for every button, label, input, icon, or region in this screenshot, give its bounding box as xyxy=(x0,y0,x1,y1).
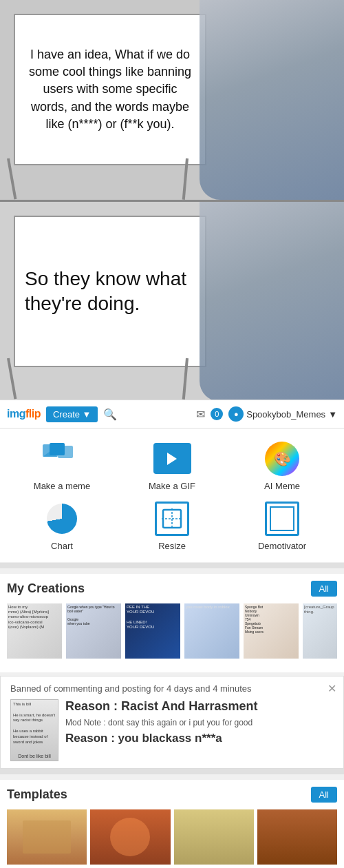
search-icon[interactable]: 🔍 xyxy=(103,408,117,421)
creation-thumb-6[interactable]: [creature_Graupthing. xyxy=(303,603,337,659)
gif-icon xyxy=(148,440,196,477)
template-thumb-2[interactable] xyxy=(90,809,170,865)
ban-body: This is bill He is smart, he doesn't say… xyxy=(10,699,334,761)
whiteboard-1: I have an idea, What if we do some cool … xyxy=(14,14,206,165)
user-avatar: ● xyxy=(228,406,244,422)
creation-thumb-2[interactable]: Google when you type "How to boil water"… xyxy=(66,603,121,659)
imgflip-header: imgflip Create ▼ 🔍 ✉ 0 ● Spookybob_Memes… xyxy=(0,400,344,428)
creations-scroll[interactable]: How to mymmo) (Altra) [Myrkins]mono-ultr… xyxy=(7,603,337,665)
templates-section: Templates All xyxy=(0,780,344,868)
imgflip-logo: imgflip xyxy=(7,408,41,420)
create-row-2: Chart Resize Demotivator xyxy=(0,495,344,555)
my-creations-title: My Creations xyxy=(7,581,85,596)
ban-reason-text: Reason : Racist And Harrasment xyxy=(65,699,334,714)
separator-2 xyxy=(0,769,344,774)
create-chart-label: Chart xyxy=(51,541,73,551)
my-creations-section: My Creations All How to mymmo) (Altra) [… xyxy=(0,574,344,672)
ban-header-text: Banned of commenting and posting for 4 d… xyxy=(10,683,334,694)
meme1-text: I have an idea, What if we do some cool … xyxy=(25,46,195,133)
separator-1 xyxy=(0,563,344,568)
creation-thumb-1[interactable]: How to mymmo) (Altra) [Myrkins]mono-ultr… xyxy=(7,603,62,659)
creation-thumb-text-3: PEE IN THEYOUR DEVOUHE LINED!YOUR DEVOU xyxy=(125,603,180,631)
creation-thumb-text-5: Sponge BotNobodyUnknown754SpegebobFun St… xyxy=(244,603,299,635)
person-silhouette-1 xyxy=(200,0,344,200)
meme2-text: So they know what they're doing. xyxy=(25,267,195,317)
my-creations-all-button[interactable]: All xyxy=(311,581,337,597)
person-silhouette-2 xyxy=(200,202,344,400)
dropdown-icon: ▼ xyxy=(328,409,337,420)
create-meme-label: Make a meme xyxy=(34,481,90,491)
ban-close-button[interactable]: ✕ xyxy=(327,682,336,695)
create-ai-label: AI Meme xyxy=(264,481,300,491)
templates-header: Templates All xyxy=(7,787,337,803)
templates-title: Templates xyxy=(7,787,67,802)
username-label: Spookybob_Memes xyxy=(246,409,325,420)
create-item-meme[interactable]: Make a meme xyxy=(14,440,110,491)
notification-badge[interactable]: 0 xyxy=(211,408,223,420)
templates-all-button[interactable]: All xyxy=(311,787,337,803)
chart-icon xyxy=(38,499,86,537)
whiteboard-2: So they know what they're doing. xyxy=(14,216,206,367)
meme-icon xyxy=(38,440,86,477)
create-item-gif[interactable]: Make a GIF xyxy=(124,440,220,491)
template-thumb-4[interactable] xyxy=(257,809,337,865)
creation-thumb-text-4: you roast body in roblox xyxy=(184,603,239,611)
meme-panel-1: I have an idea, What if we do some cool … xyxy=(0,0,344,200)
create-item-resize[interactable]: Resize xyxy=(124,499,220,551)
create-gif-label: Make a GIF xyxy=(149,481,195,491)
creation-thumb-3[interactable]: PEE IN THEYOUR DEVOUHE LINED!YOUR DEVOU xyxy=(125,603,180,659)
creation-thumb-text-2: Google when you type "How to boil water"… xyxy=(66,603,121,627)
bill-image: This is bill He is smart, he doesn't say… xyxy=(10,699,58,761)
svg-rect-4 xyxy=(58,446,73,458)
demotivator-icon xyxy=(258,499,306,537)
meme-panel-2: So they know what they're doing. xyxy=(0,200,344,400)
creation-thumb-4[interactable]: you roast body in roblox xyxy=(184,603,239,659)
my-creations-header: My Creations All xyxy=(7,581,337,597)
template-thumb-1[interactable] xyxy=(7,809,87,865)
create-grid: Make a meme Make a GIF 🎨 AI Meme Chart xyxy=(0,428,344,563)
template-thumb-3[interactable] xyxy=(174,809,254,865)
mail-icon[interactable]: ✉ xyxy=(196,408,205,421)
create-item-chart[interactable]: Chart xyxy=(14,499,110,551)
create-item-demotivator[interactable]: Demotivator xyxy=(234,499,330,551)
bill-label: Dont be like bill xyxy=(11,754,58,758)
ban-mod-note-text: Mod Note : dont say this again or i put … xyxy=(65,718,334,727)
create-row-1: Make a meme Make a GIF 🎨 AI Meme xyxy=(0,435,344,495)
creation-thumb-5[interactable]: Sponge BotNobodyUnknown754SpegebobFun St… xyxy=(244,603,299,659)
ban-content: Reason : Racist And Harrasment Mod Note … xyxy=(65,699,334,761)
resize-icon xyxy=(148,499,196,537)
ban-notification: Banned of commenting and posting for 4 d… xyxy=(0,676,344,769)
creation-thumb-text-6: [creature_Graupthing. xyxy=(303,603,337,616)
create-item-ai[interactable]: 🎨 AI Meme xyxy=(234,440,330,491)
create-demotivator-label: Demotivator xyxy=(258,541,306,551)
create-button[interactable]: Create ▼ xyxy=(46,406,98,422)
ban-additional-text: Reason : you blackass n***a xyxy=(65,732,334,745)
user-menu[interactable]: ● Spookybob_Memes ▼ xyxy=(228,406,337,422)
templates-grid xyxy=(7,809,337,868)
bill-text: This is bill He is smart, he doesn't say… xyxy=(11,700,58,747)
create-resize-label: Resize xyxy=(158,541,186,551)
creation-thumb-text-1: How to mymmo) (Altra) [Myrkins]mono-ultr… xyxy=(7,603,62,631)
ai-meme-icon: 🎨 xyxy=(258,440,306,477)
